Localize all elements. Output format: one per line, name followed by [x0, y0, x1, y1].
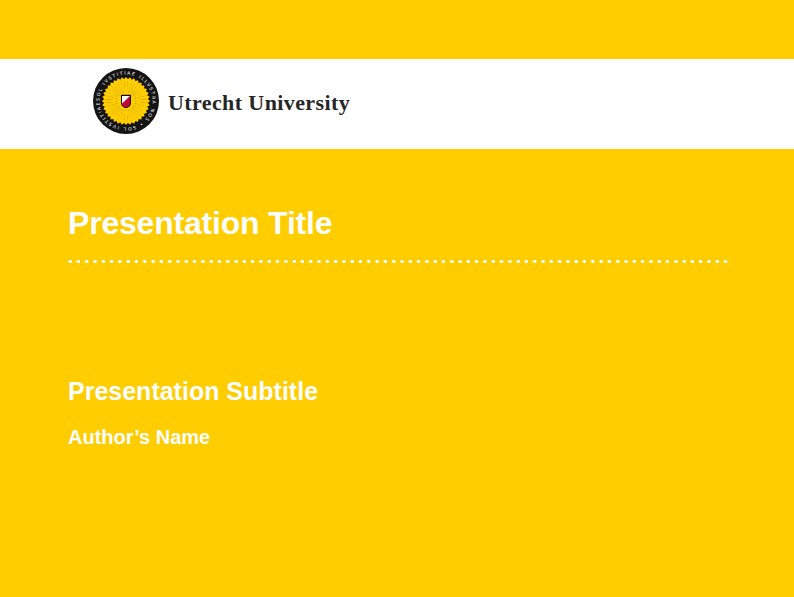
- seal-shield-icon: [122, 95, 131, 107]
- university-wordmark: Utrecht University: [168, 90, 350, 116]
- author-name: Author’s Name: [68, 426, 210, 449]
- utrecht-university-seal-icon: SOL IVSTITIAE ILLVSTRA NOS • SOL IVSTITI…: [93, 68, 159, 134]
- top-accent-bar: [0, 0, 794, 59]
- presentation-subtitle: Presentation Subtitle: [68, 377, 318, 406]
- dotted-divider: [68, 259, 730, 264]
- presentation-title: Presentation Title: [68, 203, 332, 243]
- title-slide: SOL IVSTITIAE ILLVSTRA NOS • SOL IVSTITI…: [0, 0, 794, 597]
